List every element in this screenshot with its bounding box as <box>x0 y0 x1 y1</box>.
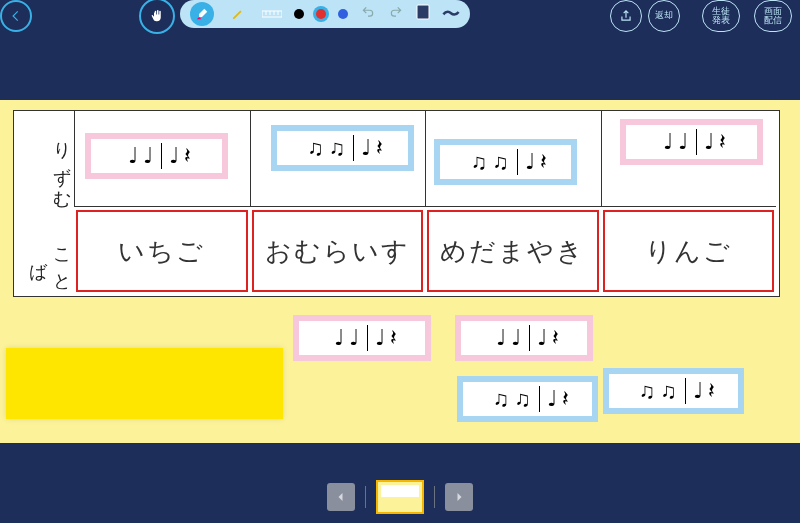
worksheet: りずむ ことば ♩♩♩𝄽 ♫♫♩𝄽 ♫♫♩𝄽 ♩♩♩𝄽 いちご おむらいす めだ… <box>13 110 780 297</box>
return-label: 返却 <box>655 11 673 20</box>
drawing-toolbar: 〜 <box>180 0 470 28</box>
separator <box>434 486 435 508</box>
eraser-tool[interactable] <box>190 2 214 26</box>
select-tool-button[interactable] <box>139 0 175 34</box>
page-bar <box>0 470 800 523</box>
card-tool[interactable] <box>416 4 430 24</box>
screen-cast-button[interactable]: 画面 配信 <box>754 0 792 32</box>
row-label-words: ことば <box>24 226 74 296</box>
word-cell-1[interactable]: いちご <box>76 210 248 292</box>
color-black[interactable] <box>294 9 304 19</box>
floating-card-2[interactable]: ♩♩♩𝄽 <box>455 315 593 361</box>
rhythm-row: ♩♩♩𝄽 ♫♫♩𝄽 ♫♫♩𝄽 ♩♩♩𝄽 <box>74 111 776 206</box>
word-cell-4[interactable]: りんご <box>603 210 775 292</box>
rhythm-cell-4[interactable]: ♩♩♩𝄽 <box>620 119 763 165</box>
pencil-tool[interactable] <box>226 2 250 26</box>
back-button[interactable] <box>0 0 32 32</box>
next-page-button[interactable] <box>445 483 473 511</box>
cast-label: 画面 配信 <box>764 7 782 26</box>
floating-card-4[interactable]: ♫♫♩𝄽 <box>603 368 744 414</box>
floating-card-1[interactable]: ♩♩♩𝄽 <box>293 315 431 361</box>
prev-page-button[interactable] <box>327 483 355 511</box>
color-blue[interactable] <box>338 9 348 19</box>
row-label-rhythm: りずむ <box>24 129 74 202</box>
color-red[interactable] <box>316 9 326 19</box>
page-thumbnail[interactable] <box>376 480 424 514</box>
svg-rect-5 <box>417 5 429 19</box>
separator <box>365 486 366 508</box>
svg-rect-0 <box>262 11 282 17</box>
redo-button[interactable] <box>388 5 404 23</box>
return-button[interactable]: 返却 <box>648 0 680 32</box>
undo-button[interactable] <box>360 5 376 23</box>
ruler-tool[interactable] <box>262 5 282 23</box>
rhythm-cell-2[interactable]: ♫♫♩𝄽 <box>271 125 414 171</box>
wave-tool[interactable]: 〜 <box>442 2 460 26</box>
word-row: いちご おむらいす めだまやき りんご <box>74 206 776 295</box>
rhythm-cell-1[interactable]: ♩♩♩𝄽 <box>85 133 228 179</box>
rhythm-cell-3[interactable]: ♫♫♩𝄽 <box>434 139 577 185</box>
yellow-sticky[interactable] <box>6 348 283 419</box>
word-cell-3[interactable]: めだまやき <box>427 210 599 292</box>
share-button[interactable] <box>610 0 642 32</box>
present-label: 生徒 発表 <box>712 7 730 26</box>
word-cell-2[interactable]: おむらいす <box>252 210 424 292</box>
floating-card-3[interactable]: ♫♫♩𝄽 <box>457 376 598 422</box>
canvas-area[interactable]: りずむ ことば ♩♩♩𝄽 ♫♫♩𝄽 ♫♫♩𝄽 ♩♩♩𝄽 いちご おむらいす めだ… <box>0 100 800 443</box>
student-present-button[interactable]: 生徒 発表 <box>702 0 740 32</box>
